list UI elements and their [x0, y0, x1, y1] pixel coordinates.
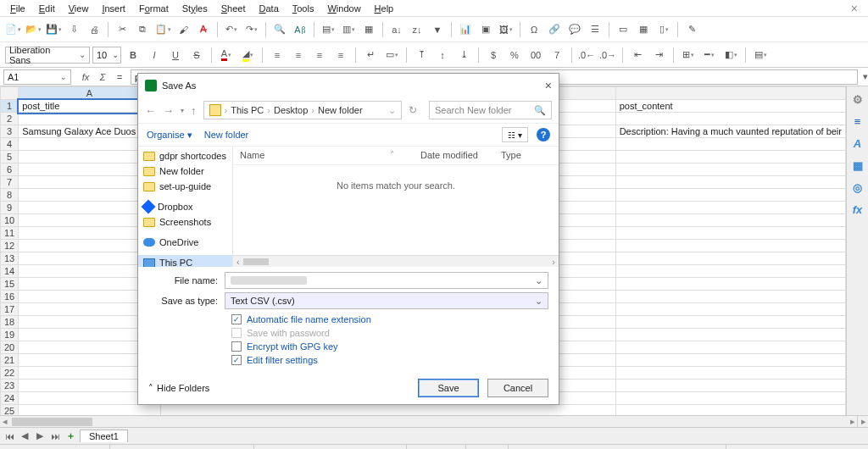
- align-bot-icon[interactable]: ⤓: [454, 46, 473, 64]
- help-icon[interactable]: ?: [537, 128, 550, 141]
- remove-decimal-icon[interactable]: .0→: [598, 46, 617, 64]
- special-char-icon[interactable]: Ω: [525, 20, 543, 39]
- find-icon[interactable]: 🔍: [270, 20, 289, 39]
- breadcrumb[interactable]: › This PC › Desktop › New folder ⌄: [203, 101, 403, 119]
- currency-icon[interactable]: $: [484, 46, 503, 64]
- sidebar-navigator-icon[interactable]: ◎: [850, 180, 865, 195]
- name-box[interactable]: A1: [3, 69, 71, 85]
- sidebar-gallery-icon[interactable]: ▦: [850, 158, 865, 173]
- sidebar-settings-icon[interactable]: ⚙: [850, 91, 865, 107]
- chk-auto-ext[interactable]: ✓: [231, 314, 242, 324]
- sum-icon[interactable]: Σ: [95, 69, 110, 85]
- highlight-icon[interactable]: ◢: [238, 46, 257, 64]
- menu-file[interactable]: File: [3, 2, 32, 15]
- column-icon[interactable]: ▥: [339, 20, 358, 39]
- chart-icon[interactable]: 📊: [456, 20, 475, 39]
- number-icon[interactable]: 00: [526, 46, 545, 64]
- font-size-combo[interactable]: 10: [92, 47, 121, 64]
- sidebar[interactable]: ⚙ ≡ A ▦ ◎ fx: [846, 86, 868, 415]
- filelist-scrollbar[interactable]: ‹›: [233, 255, 559, 267]
- menu-view[interactable]: View: [62, 2, 96, 15]
- menu-help[interactable]: Help: [368, 2, 401, 15]
- menu-bar[interactable]: File Edit View Insert Format Styles Shee…: [0, 0, 868, 17]
- italic-icon[interactable]: I: [145, 46, 164, 64]
- col-date[interactable]: Date modified: [420, 150, 501, 161]
- cut-icon[interactable]: ✂: [113, 20, 131, 39]
- next-sheet-icon[interactable]: ▶: [34, 430, 46, 441]
- file-name-input[interactable]: [225, 272, 548, 289]
- cell-right-1[interactable]: post_content: [615, 100, 845, 113]
- crumb-this-pc[interactable]: This PC: [231, 105, 264, 115]
- status-lang[interactable]: English (USA): [254, 445, 407, 449]
- document-close-icon[interactable]: ×: [844, 0, 865, 17]
- refresh-icon[interactable]: [409, 104, 422, 116]
- status-selection[interactable]: ▫: [466, 445, 509, 449]
- tree-dropbox[interactable]: Dropbox: [138, 199, 232, 214]
- menu-tools[interactable]: Tools: [286, 2, 321, 15]
- sidebar-functions-icon[interactable]: fx: [850, 202, 865, 217]
- comment-icon[interactable]: 💬: [565, 20, 584, 39]
- underline-icon[interactable]: U: [166, 46, 185, 64]
- clear-format-icon[interactable]: A̶: [194, 20, 213, 39]
- font-name-combo[interactable]: Liberation Sans: [5, 47, 90, 64]
- hyperlink-icon[interactable]: 🔗: [545, 20, 564, 39]
- folder-tree[interactable]: gdpr shortcodes New folder set-up-guide …: [138, 147, 233, 267]
- cancel-button[interactable]: Cancel: [487, 379, 548, 397]
- clone-format-icon[interactable]: 🖌: [174, 20, 192, 39]
- menu-edit[interactable]: Edit: [32, 2, 62, 15]
- inc-indent-icon[interactable]: ⇥: [649, 46, 668, 64]
- status-insert[interactable]: [407, 445, 466, 449]
- dialog-close-icon[interactable]: ×: [545, 79, 552, 92]
- new-folder-button[interactable]: New folder: [204, 130, 249, 140]
- paste-icon[interactable]: 📋: [153, 20, 172, 39]
- undo-icon[interactable]: ↶: [222, 20, 241, 39]
- tree-onedrive[interactable]: OneDrive: [138, 235, 232, 250]
- autofilter-icon[interactable]: ▼: [428, 20, 447, 39]
- cell-right-3[interactable]: Description: Having a much vaunted reput…: [615, 125, 845, 138]
- row-header-1[interactable]: 1: [1, 100, 19, 113]
- strike-icon[interactable]: S: [187, 46, 206, 64]
- define-range-icon[interactable]: ▭: [614, 20, 632, 39]
- cond-format-icon[interactable]: ▤: [751, 46, 770, 64]
- align-right-icon[interactable]: ≡: [310, 46, 329, 64]
- align-mid-icon[interactable]: ↕: [433, 46, 452, 64]
- menu-sheet[interactable]: Sheet: [214, 2, 253, 15]
- prev-sheet-icon[interactable]: ◀: [19, 430, 31, 441]
- tree-this-pc[interactable]: This PC: [138, 255, 232, 267]
- chk-gpg-label[interactable]: Encrypt with GPG key: [247, 341, 338, 352]
- col-type[interactable]: Type: [501, 150, 552, 161]
- save-type-combo[interactable]: Text CSV (.csv): [225, 292, 548, 309]
- redo-icon[interactable]: ↷: [242, 20, 261, 39]
- pivot-icon[interactable]: ▣: [476, 20, 495, 39]
- split-icon[interactable]: ▯: [654, 20, 673, 39]
- sort-asc-icon[interactable]: a↓: [387, 20, 406, 39]
- menu-styles[interactable]: Styles: [175, 2, 214, 15]
- function-wizard-icon[interactable]: fx: [78, 69, 93, 85]
- search-input[interactable]: Search New folder: [429, 101, 552, 119]
- sort-desc-icon[interactable]: z↓: [408, 20, 426, 39]
- tree-new-folder[interactable]: New folder: [138, 164, 232, 179]
- sidebar-properties-icon[interactable]: ≡: [850, 114, 865, 129]
- save-icon[interactable]: 💾: [44, 20, 63, 39]
- chk-filter-label[interactable]: Edit filter settings: [247, 355, 318, 365]
- chk-auto-ext-label[interactable]: Automatic file name extension: [247, 314, 371, 324]
- align-center-icon[interactable]: ≡: [289, 46, 308, 64]
- new-doc-icon[interactable]: 📄: [3, 20, 22, 39]
- menu-format[interactable]: Format: [132, 2, 175, 15]
- status-summary[interactable]: Average: ; Sum: 0: [509, 445, 726, 449]
- font-color-icon[interactable]: A: [217, 46, 236, 64]
- organise-menu[interactable]: Organise ▾: [147, 130, 192, 141]
- menu-data[interactable]: Data: [253, 2, 286, 15]
- export-pdf-icon[interactable]: ⇩: [64, 20, 83, 39]
- col-name[interactable]: Name: [240, 150, 390, 161]
- sidebar-styles-icon[interactable]: A: [850, 136, 865, 151]
- nav-fwd-icon[interactable]: →: [163, 104, 174, 117]
- merge-icon[interactable]: ▭: [382, 46, 401, 64]
- menu-window[interactable]: Window: [320, 2, 367, 15]
- freeze-icon[interactable]: ▦: [634, 20, 653, 39]
- nav-recent-icon[interactable]: ▾: [181, 107, 184, 114]
- save-button[interactable]: Save: [418, 379, 479, 397]
- border-color-icon[interactable]: ◧: [721, 46, 740, 64]
- sheet-tab-bar[interactable]: ⏮ ◀ ▶ ⏭ ＋ Sheet1: [0, 427, 868, 444]
- view-mode-button[interactable]: ☷ ▾: [502, 127, 528, 142]
